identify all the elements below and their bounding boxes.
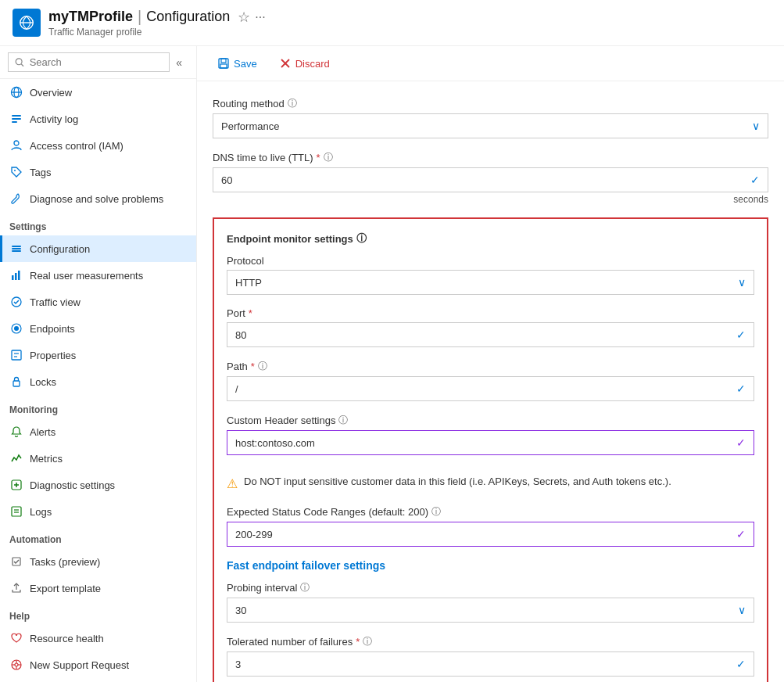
- endpoint-monitor-section: Endpoint monitor settings ⓘ Protocol HTT…: [213, 217, 768, 682]
- sidebar-item-diagnostic[interactable]: Diagnostic settings: [0, 472, 196, 498]
- metrics-icon: [9, 451, 23, 465]
- tolerated-failures-select[interactable]: 3 ✓: [227, 651, 754, 677]
- probing-interval-select[interactable]: 30 ∨: [227, 598, 754, 623]
- tolerated-failures-required: *: [356, 636, 360, 648]
- tolerated-failures-check-icon: ✓: [736, 658, 746, 670]
- sidebar-item-locks[interactable]: Locks: [0, 368, 196, 395]
- expected-status-select[interactable]: 200-299 ✓: [227, 522, 754, 547]
- endpoint-icon: [9, 321, 23, 336]
- sidebar-item-properties[interactable]: Properties: [0, 342, 196, 368]
- sidebar-item-diagnose[interactable]: Diagnose and solve problems: [0, 185, 196, 212]
- dns-ttl-select[interactable]: 60 ✓: [213, 167, 768, 192]
- probing-interval-info-icon[interactable]: ⓘ: [300, 581, 310, 594]
- fast-failover-title: Fast endpoint failover settings: [227, 559, 754, 572]
- sidebar-item-tasks-label: Tasks (preview): [30, 556, 100, 568]
- sidebar-item-endpoints[interactable]: Endpoints: [0, 315, 196, 342]
- warning-box: ⚠ Do NOT input sensitive customer data i…: [227, 468, 754, 499]
- port-label: Port *: [227, 307, 754, 319]
- expected-status-check-icon: ✓: [736, 528, 746, 540]
- sidebar-item-real-user[interactable]: Real user measurements: [0, 262, 196, 289]
- discard-button[interactable]: Discard: [274, 54, 335, 73]
- user-shield-icon: [9, 138, 23, 153]
- routing-method-info-icon[interactable]: ⓘ: [288, 97, 297, 110]
- sidebar-item-configuration-label: Configuration: [30, 243, 90, 255]
- sidebar-item-properties-label: Properties: [30, 350, 76, 361]
- tolerated-failures-label: Tolerated number of failures * ⓘ: [227, 635, 754, 648]
- more-options-icon[interactable]: ···: [255, 10, 265, 24]
- protocol-label: Protocol: [227, 255, 754, 267]
- properties-icon: [9, 348, 23, 362]
- warning-icon: ⚠: [227, 476, 238, 491]
- svg-line-3: [21, 63, 23, 66]
- svg-rect-9: [12, 121, 17, 123]
- sidebar-item-locks-label: Locks: [30, 376, 56, 388]
- port-check-icon: ✓: [736, 328, 746, 341]
- sidebar-nav: Overview Activity log Access control (IA…: [0, 79, 196, 682]
- dns-ttl-info-icon[interactable]: ⓘ: [324, 151, 333, 164]
- heart-icon: [9, 631, 23, 645]
- logs-icon: [9, 504, 23, 519]
- sidebar-item-resource-health-label: Resource health: [30, 633, 104, 644]
- svg-rect-7: [12, 115, 21, 117]
- sidebar-item-overview[interactable]: Overview: [0, 79, 196, 106]
- svg-rect-31: [13, 558, 20, 565]
- sidebar-item-support[interactable]: New Support Request: [0, 651, 196, 678]
- endpoint-monitor-info-icon[interactable]: ⓘ: [356, 232, 367, 246]
- svg-rect-28: [12, 507, 21, 516]
- sidebar-item-tags[interactable]: Tags: [0, 159, 196, 185]
- svg-rect-41: [220, 64, 227, 68]
- path-info-icon[interactable]: ⓘ: [258, 360, 267, 373]
- sidebar-item-export[interactable]: Export template: [0, 575, 196, 601]
- svg-rect-14: [12, 250, 21, 252]
- probing-interval-group: Probing interval ⓘ 30 ∨: [227, 581, 754, 623]
- expected-status-info-icon[interactable]: ⓘ: [431, 505, 441, 519]
- svg-point-34: [15, 663, 18, 666]
- custom-header-info-icon[interactable]: ⓘ: [338, 414, 348, 427]
- settings-section-header: Settings: [0, 212, 196, 235]
- dns-ttl-group: DNS time to live (TTL) * ⓘ 60 ✓ seconds: [213, 151, 768, 205]
- help-section-header: Help: [0, 601, 196, 625]
- sidebar-item-activity-log[interactable]: Activity log: [0, 106, 196, 132]
- tag-icon: [9, 165, 23, 179]
- app-icon: [13, 9, 41, 37]
- sidebar-item-logs[interactable]: Logs: [0, 498, 196, 525]
- path-group: Path * ⓘ / ✓: [227, 360, 754, 401]
- routing-method-select[interactable]: Performance ∨: [213, 113, 768, 138]
- protocol-select[interactable]: HTTP ∨: [227, 270, 754, 295]
- path-select[interactable]: / ✓: [227, 376, 754, 401]
- sidebar-item-metrics[interactable]: Metrics: [0, 445, 196, 472]
- configuration-content: Routing method ⓘ Performance ∨ DNS time …: [197, 81, 784, 682]
- sidebar-item-real-user-label: Real user measurements: [30, 270, 143, 282]
- monitoring-section-header: Monitoring: [0, 395, 196, 418]
- svg-point-11: [14, 170, 16, 171]
- custom-header-group: Custom Header settings ⓘ host:contoso.co…: [227, 414, 754, 455]
- dns-ttl-required: *: [317, 152, 320, 163]
- sidebar-item-tasks[interactable]: Tasks (preview): [0, 548, 196, 575]
- favorite-icon[interactable]: ☆: [238, 9, 250, 26]
- tolerated-failures-group: Tolerated number of failures * ⓘ 3 ✓: [227, 635, 754, 677]
- svg-rect-24: [13, 381, 20, 386]
- sidebar-item-endpoints-label: Endpoints: [30, 323, 75, 335]
- sidebar-item-resource-health[interactable]: Resource health: [0, 625, 196, 651]
- collapse-sidebar-button[interactable]: «: [170, 53, 188, 72]
- sidebar-item-alerts[interactable]: Alerts: [0, 418, 196, 445]
- tolerated-failures-info-icon[interactable]: ⓘ: [363, 635, 372, 648]
- port-select[interactable]: 80 ✓: [227, 322, 754, 347]
- save-button[interactable]: Save: [213, 54, 262, 73]
- protocol-group: Protocol HTTP ∨: [227, 255, 754, 295]
- svg-rect-17: [18, 271, 20, 280]
- search-box[interactable]: [8, 52, 170, 72]
- sidebar-item-configuration[interactable]: Configuration: [0, 235, 196, 262]
- search-input[interactable]: [30, 56, 163, 68]
- custom-header-select[interactable]: host:contoso.com ✓: [227, 430, 754, 455]
- sidebar-item-metrics-label: Metrics: [30, 453, 63, 465]
- sidebar-item-diagnose-label: Diagnose and solve problems: [30, 193, 163, 205]
- sidebar-item-overview-label: Overview: [30, 87, 72, 99]
- path-required: *: [251, 361, 255, 372]
- config-icon: [9, 242, 23, 256]
- sidebar-item-traffic-view[interactable]: Traffic view: [0, 289, 196, 315]
- header: myTMProfile | Configuration ☆ ··· Traffi…: [0, 0, 784, 46]
- sidebar-item-access-control[interactable]: Access control (IAM): [0, 132, 196, 159]
- dns-ttl-suffix: seconds: [213, 194, 768, 205]
- app-name: myTMProfile: [48, 9, 133, 25]
